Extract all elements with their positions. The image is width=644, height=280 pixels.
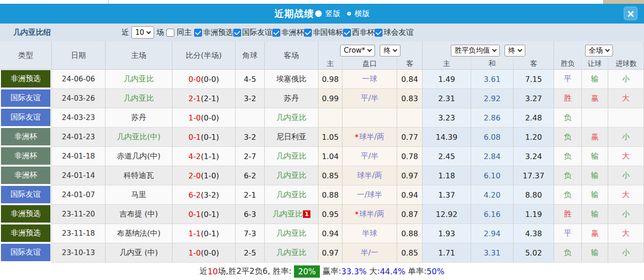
match-row: 非洲预选24-06-06几内亚比0-0(0-0)4-5埃塞俄比0.98一球0.8… [0,70,644,89]
match-type-badge: 非洲预选 [1,205,50,223]
match-type-badge: 国际友谊 [1,89,50,107]
title-group: 近期战绩 竖版 横版 [275,8,370,20]
competition-checkbox[interactable] [304,29,312,37]
col-header-corners: 角球 [236,41,265,70]
home-team: 苏丹 [106,108,172,128]
top-strip-divider [108,0,109,4]
result-goals: 大 [608,147,644,166]
corners-cell: 6-3 [236,205,265,224]
bookmaker-select[interactable]: Crow* [340,45,375,56]
home-team: 科特迪瓦 [106,166,172,185]
avg-away-odds: 8.80 [514,185,554,205]
same-home-checkbox[interactable] [166,29,174,37]
competition-checkbox[interactable] [343,29,351,37]
match-type-cell: 国际友谊 [0,243,52,263]
match-type-badge: 国际友谊 [1,186,50,203]
crow-away-odds: 0.85 [397,243,423,263]
match-date: 23-11-18 [52,224,106,243]
match-type-badge: 非洲杯 [1,147,50,165]
crow-handicap: *球半/两 [342,205,397,224]
competition-filter-item: 西非杯 [343,28,375,38]
competition-checkbox[interactable] [194,29,202,37]
result-outcome: 负 [554,166,582,185]
result-subheaders: 胜负 让球 进球数 [554,57,644,70]
avg-home-odds: 1.49 [423,70,471,89]
result-handicap: 输 [582,205,608,224]
corners-cell: 3-2 [236,89,265,108]
result-outcome: 负 [554,108,582,128]
subheader-crow-home: 主 [318,57,342,70]
match-row: 非洲杯24-01-18赤道几内(中)4-2(1-1)2-7几内亚比1.04平/半… [0,147,644,166]
crow-away-odds: 0.84 [397,70,423,89]
competition-checkbox[interactable] [375,29,383,37]
wdl-average-value: 胜平负均值 [455,46,490,55]
avg-away-odds: 3.24 [514,147,554,166]
result-handicap: 赢 [582,128,608,147]
competition-filter-item: 非洲杯 [272,28,304,38]
match-type-cell: 国际友谊 [0,89,52,108]
home-team: 赤道几内(中) [106,147,172,166]
competition-checkbox[interactable] [272,29,280,37]
result-goals: 大 [608,89,644,108]
match-type-cell: 国际友谊 [0,108,52,128]
bookmaker-time-select[interactable]: 终 [380,45,400,56]
match-type-badge: 国际友谊 [1,109,50,126]
crow-home-odds: 0.94 [318,224,342,243]
crow-handicap [342,108,397,128]
wdl-time-select[interactable]: 终 [505,45,525,56]
vertical-layout-label[interactable]: 竖版 [326,9,341,19]
away-team: 苏丹 [265,89,318,108]
avg-away-odds: 7.15 [514,70,554,89]
crow-home-odds: 0.97 [318,243,342,263]
recent-count-value: 10 [135,28,144,37]
close-button[interactable] [624,7,637,20]
crow-home-odds [318,108,342,128]
avg-away-odds: 3.27 [514,89,554,108]
competition-label: 非国锦标 [313,28,343,38]
result-goals: 小 [608,70,644,89]
crow-away-odds [397,108,423,128]
match-type-cell: 非洲预选 [0,224,52,243]
subheader-crow-handicap: 盘口 [342,57,397,70]
match-type-cell: 国际友谊 [0,185,52,205]
horizontal-layout-radio[interactable] [347,12,351,16]
crow-away-odds: 0.94 [397,185,423,205]
competition-label: 非洲预选 [203,28,233,38]
result-goals: 小 [608,166,644,185]
match-row: 国际友谊24-03-23苏丹1-0(0-0)几内亚比3.232.862.48负 [0,108,644,128]
match-date: 24-01-23 [52,128,106,147]
match-date: 24-06-06 [52,70,106,89]
vertical-layout-radio[interactable] [315,10,322,17]
bookmaker-dropdown-group: Crow* 终 [318,41,423,57]
result-outcome: 胜 [554,205,582,224]
result-goals [608,108,644,128]
match-scope-select[interactable]: 全场 [585,45,613,56]
result-goals: 小 [608,205,644,224]
summary-bar: 近10场,胜2平2负6, 胜率:20%赢率:33.3% 大:44.4% 单率:5… [0,263,644,280]
away-team: 几内亚比 [265,185,318,205]
avg-away-odds: 1.20 [514,128,554,147]
corners-cell: 2-7 [236,147,265,166]
match-date: 24-01-18 [52,147,106,166]
result-outcome: 负 [554,147,582,166]
competition-checkbox[interactable] [233,29,241,37]
col-header-home: 主场 [106,41,172,70]
match-row: 国际友谊24-01-07马里6-2(3-2)2-1几内亚比0.88一/球半0.9… [0,185,644,205]
avg-home-odds: 1.37 [423,185,471,205]
wdl-average-select[interactable]: 胜平负均值 [451,45,500,56]
result-outcome: 平 [554,70,582,89]
horizontal-layout-label[interactable]: 横版 [355,9,370,19]
recent-results-modal: 近期战绩 竖版 横版 几内亚比绍 近 10 场 同主 非洲预选国际友谊非洲杯非国… [0,0,644,280]
match-type-badge: 非洲预选 [1,224,50,242]
score-cell: 1-1(0-1) [172,224,236,243]
match-scope-value: 全场 [589,46,603,55]
corners-cell: 6-2 [236,166,265,185]
avg-home-odds: 2.45 [423,147,471,166]
crow-home-odds: 0.88 [318,185,342,205]
summary-text: 单率: [405,266,426,277]
home-team: 几内亚比(中) [106,128,172,147]
score-cell: 1-0(0-0) [172,243,236,263]
match-type-badge: 国际友谊 [1,244,50,261]
competition-label: 球会友谊 [383,28,414,38]
recent-count-select[interactable]: 10 [131,26,154,39]
